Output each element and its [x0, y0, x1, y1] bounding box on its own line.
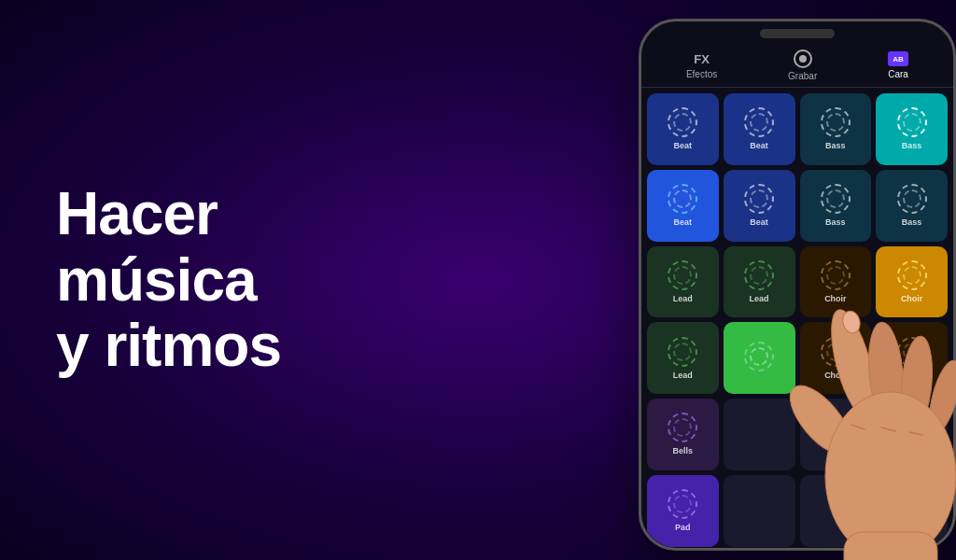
nav-record[interactable]: Grabar: [788, 49, 817, 81]
nav-fx-label: Efectos: [686, 69, 717, 79]
pad-bass-1-4[interactable]: Bass: [876, 93, 948, 165]
headline: Hacer música y ritmos: [56, 181, 620, 378]
pad-lead-3-1[interactable]: Lead: [647, 246, 719, 318]
pad-circle-inner: [750, 266, 768, 285]
headline-line3: y ritmos: [56, 313, 620, 378]
nav-cara-label: Cara: [888, 69, 908, 79]
pad-label: Bass: [902, 141, 922, 150]
notch-area: [641, 21, 953, 42]
notch: [760, 29, 835, 38]
pad-circle: [897, 184, 927, 214]
pad-label: Bass: [825, 141, 846, 150]
pad-circle: [744, 260, 774, 290]
pad-circle: [821, 107, 851, 137]
pad-circle: [668, 260, 697, 290]
pad-circle: [897, 107, 927, 137]
pad-circle-inner: [903, 189, 921, 208]
pad-circle-inner: [673, 418, 692, 437]
pad-circle-inner: [673, 343, 692, 361]
pad-circle-inner: [903, 266, 921, 285]
pad-circle: [897, 260, 927, 290]
pad-beat-1-2[interactable]: Beat: [724, 93, 795, 165]
pad-bass-1-3[interactable]: Bass: [800, 93, 872, 165]
pad-label: Lead: [673, 371, 693, 380]
pad-circle-inner: [673, 266, 692, 285]
headline-line1: Hacer: [56, 181, 620, 246]
pad-bells-5-1[interactable]: Bells: [647, 399, 719, 470]
pad-label: Beat: [750, 141, 768, 150]
pad-label: Bells: [673, 446, 694, 455]
record-dot: [799, 55, 807, 63]
pad-circle: [668, 107, 697, 137]
pad-circle-inner: [826, 189, 845, 208]
pad-circle-inner: [673, 495, 692, 513]
svg-rect-6: [844, 532, 937, 560]
pad-circle: [744, 184, 774, 214]
pad-circle: [668, 184, 697, 214]
pad-beat-1-1[interactable]: Beat: [647, 93, 719, 165]
pad-circle: [744, 107, 774, 137]
headline-line2: música: [56, 247, 620, 313]
ab-icon: AB: [888, 51, 908, 66]
pad-circle-inner: [750, 113, 768, 132]
pad-circle-inner: [903, 113, 921, 132]
top-nav: FX Efectos Grabar AB Cara: [641, 42, 953, 88]
pad-label: Bass: [902, 217, 922, 227]
pad-label: Beat: [674, 141, 693, 150]
pad-circle: [821, 184, 851, 214]
pad-circle: [668, 489, 697, 519]
pad-lead-4-1[interactable]: Lead: [647, 322, 719, 394]
pad-label: Bass: [825, 217, 846, 227]
nav-fx[interactable]: FX Efectos: [686, 52, 717, 79]
phone-container: FX Efectos Grabar AB Cara: [620, 9, 956, 551]
left-section: Hacer música y ritmos: [0, 181, 620, 378]
pad-label: Beat: [674, 217, 693, 227]
pad-beat-2-2[interactable]: Beat: [724, 170, 795, 242]
nav-record-label: Grabar: [788, 71, 817, 81]
pad-circle: [668, 337, 697, 367]
pad-label: Beat: [750, 217, 768, 227]
nav-cara[interactable]: AB Cara: [888, 51, 908, 79]
pad-bass-2-3[interactable]: Bass: [800, 170, 872, 242]
pad-circle-inner: [826, 113, 845, 132]
record-icon: [794, 49, 812, 68]
pad-label: Lead: [673, 294, 693, 303]
hand-overlay: [751, 289, 956, 560]
pad-label: Pad: [675, 523, 691, 532]
pad-circle: [668, 413, 697, 442]
pad-beat-2-1[interactable]: Beat: [647, 170, 719, 242]
pad-circle-inner: [673, 113, 692, 132]
pad-circle-inner: [826, 266, 845, 285]
pad-bass-2-4[interactable]: Bass: [876, 170, 948, 242]
pad-pad-6-1[interactable]: Pad: [647, 475, 719, 547]
pad-circle-inner: [750, 189, 768, 208]
pad-circle: [821, 260, 851, 290]
fx-icon: FX: [694, 52, 710, 66]
pad-circle-inner: [673, 189, 692, 208]
